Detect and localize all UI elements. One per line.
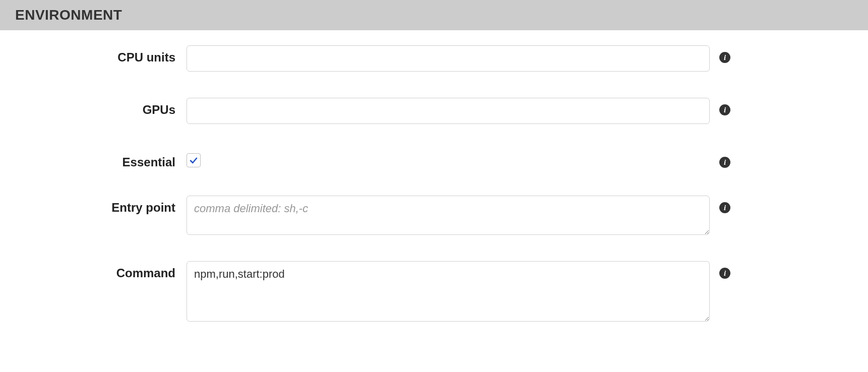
- cell-essential: i: [187, 150, 731, 168]
- command-input[interactable]: [187, 261, 710, 322]
- essential-checkbox-wrap: [187, 150, 710, 168]
- section-title: ENVIRONMENT: [15, 7, 122, 23]
- label-gpus: GPUs: [20, 98, 187, 117]
- info-icon[interactable]: i: [719, 267, 731, 279]
- cell-gpus: i: [187, 98, 731, 124]
- label-essential: Essential: [20, 150, 187, 169]
- info-icon[interactable]: i: [719, 51, 731, 64]
- info-icon[interactable]: i: [719, 156, 731, 168]
- section-header: ENVIRONMENT: [0, 0, 868, 30]
- row-essential: Essential i: [20, 150, 848, 169]
- cpu-units-input[interactable]: [187, 45, 710, 72]
- cell-command: i: [187, 261, 731, 322]
- info-icon[interactable]: i: [719, 104, 731, 116]
- label-command: Command: [20, 261, 187, 280]
- entry-point-input[interactable]: [187, 196, 710, 235]
- info-icon[interactable]: i: [719, 202, 731, 214]
- environment-form: CPU units i GPUs i Essential i: [0, 30, 868, 342]
- check-icon: [189, 155, 199, 165]
- cell-entry-point: i: [187, 196, 731, 235]
- gpus-input[interactable]: [187, 98, 710, 124]
- label-entry-point: Entry point: [20, 196, 187, 215]
- cell-cpu-units: i: [187, 45, 731, 72]
- row-command: Command i: [20, 261, 848, 322]
- row-gpus: GPUs i: [20, 98, 848, 124]
- row-entry-point: Entry point i: [20, 196, 848, 235]
- essential-checkbox[interactable]: [187, 153, 201, 167]
- row-cpu-units: CPU units i: [20, 45, 848, 72]
- label-cpu-units: CPU units: [20, 45, 187, 65]
